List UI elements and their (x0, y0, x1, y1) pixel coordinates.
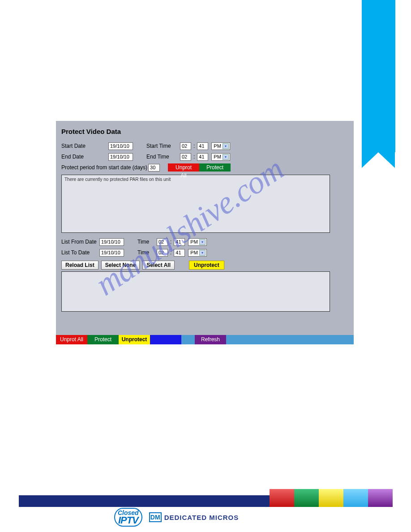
footer-chip-cyan (343, 489, 368, 507)
protect-period-label: Protect period from start date (days) (61, 164, 147, 171)
select-all-button[interactable]: Select All (142, 261, 175, 270)
chevron-down-icon: ▾ (199, 250, 206, 256)
chevron-down-icon: ▾ (199, 239, 206, 245)
list-to-row: List To Date Time : PM ▾ (61, 247, 348, 258)
protect-video-panel: Protect Video Data Start Date Start Time… (56, 121, 354, 344)
page-footer (19, 489, 393, 507)
footer-logos: Closed IPTV DM DEDICATED MICROS (114, 508, 239, 527)
start-date-input[interactable] (108, 142, 133, 150)
end-time-label: End Time (146, 154, 179, 160)
footer-navy-bar (19, 495, 270, 507)
footer-color-chips (270, 489, 393, 507)
actionbar-unprot-all-button[interactable]: Unprot All (56, 335, 87, 344)
footer-chip-green (294, 489, 319, 507)
actionbar-spacer (181, 335, 195, 344)
list-from-time-label: Time (137, 239, 155, 245)
actionbar-unprotect-button[interactable]: Unprotect (119, 335, 150, 344)
unprotect-button[interactable]: Unprotect (189, 261, 224, 270)
time-colon: : (193, 143, 195, 149)
protected-files-empty-msg: There are currently no protected PAR fil… (64, 177, 171, 182)
list-from-ampm-value: PM (190, 239, 198, 245)
end-date-input[interactable] (108, 153, 133, 161)
list-to-label: List To Date (61, 249, 99, 256)
end-ampm-value: PM (214, 154, 221, 159)
dedicated-micros-logo: DM DEDICATED MICROS (149, 512, 239, 522)
start-hour-input[interactable] (180, 142, 191, 150)
iptv-logo-bottom: IPTV (118, 515, 138, 526)
footer-chip-purple (368, 489, 393, 507)
reload-list-button[interactable]: Reload List (61, 261, 98, 270)
time-colon: : (170, 239, 171, 245)
end-hour-input[interactable] (180, 153, 191, 161)
start-ampm-select[interactable]: PM ▾ (211, 142, 230, 150)
panel-action-bar: Unprot All Protect Unprotect Refresh (56, 335, 354, 344)
panel-title: Protect Video Data (56, 121, 354, 141)
results-list[interactable] (61, 271, 330, 312)
protect-button[interactable]: Protect (199, 163, 231, 172)
bookmark-ribbon (362, 0, 395, 152)
list-to-ampm-select[interactable]: PM ▾ (188, 249, 207, 257)
actionbar-refresh-button[interactable]: Refresh (195, 335, 226, 344)
unprot-all-button[interactable]: Unprot All (168, 163, 199, 172)
list-from-label: List From Date (61, 239, 99, 245)
footer-chip-red (270, 489, 294, 507)
list-from-hour-input[interactable] (157, 238, 168, 246)
start-date-row: Start Date Start Time : PM ▾ (61, 141, 348, 151)
actionbar-blue-button[interactable] (150, 335, 181, 344)
protect-period-input[interactable] (148, 164, 160, 172)
time-colon: : (193, 154, 195, 160)
end-date-row: End Date End Time : PM ▾ (61, 151, 348, 162)
closed-iptv-logo: Closed IPTV (114, 508, 142, 527)
list-buttons-row: Reload List Select None Select All Unpro… (61, 261, 348, 270)
time-colon: : (170, 249, 171, 256)
start-minute-input[interactable] (197, 142, 208, 150)
end-minute-input[interactable] (197, 153, 208, 161)
list-from-minute-input[interactable] (174, 238, 185, 246)
list-to-date-input[interactable] (99, 249, 124, 257)
list-to-hour-input[interactable] (157, 249, 168, 257)
select-none-button[interactable]: Select None (101, 261, 140, 270)
footer-chip-yellow (319, 489, 343, 507)
end-ampm-select[interactable]: PM ▾ (211, 153, 230, 161)
chevron-down-icon: ▾ (223, 154, 229, 160)
actionbar-protect-button[interactable]: Protect (87, 335, 119, 344)
list-to-ampm-value: PM (190, 250, 198, 255)
chevron-down-icon: ▾ (223, 143, 229, 149)
list-to-minute-input[interactable] (174, 249, 185, 257)
list-to-time-label: Time (137, 249, 155, 256)
start-date-label: Start Date (61, 143, 108, 149)
dm-mark-icon: DM (149, 512, 162, 522)
protected-files-list[interactable]: There are currently no protected PAR fil… (61, 175, 330, 233)
list-from-date-input[interactable] (99, 238, 124, 246)
end-date-label: End Date (61, 154, 108, 160)
list-from-row: List From Date Time : PM ▾ (61, 236, 348, 247)
start-ampm-value: PM (214, 143, 221, 149)
dm-text: DEDICATED MICROS (164, 514, 239, 521)
list-from-ampm-select[interactable]: PM ▾ (188, 238, 207, 246)
protect-period-row: Protect period from start date (days) Un… (61, 162, 348, 173)
start-time-label: Start Time (146, 143, 179, 149)
